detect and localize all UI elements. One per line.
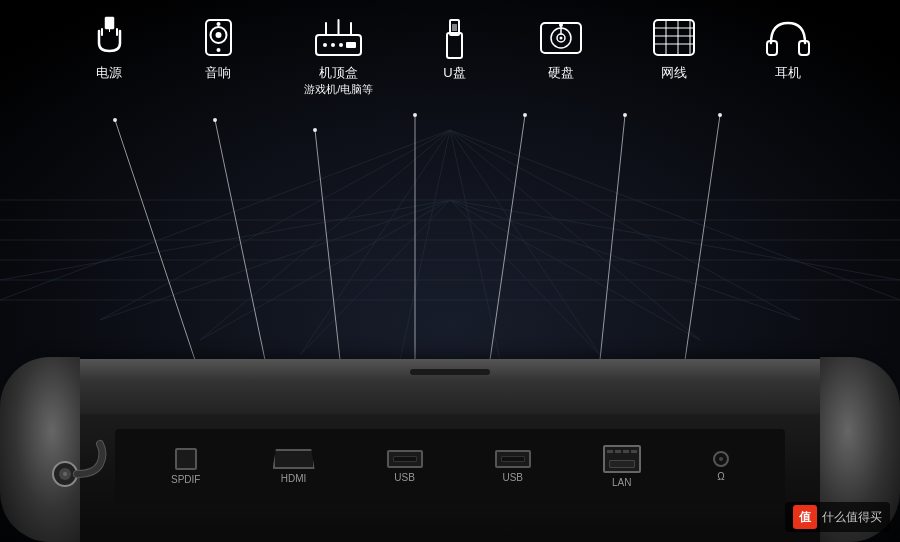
svg-line-16 [450, 130, 900, 300]
svg-point-36 [523, 113, 527, 117]
svg-rect-58 [452, 24, 457, 31]
svg-rect-56 [447, 33, 462, 58]
power-cable-svg [45, 434, 110, 499]
icon-lan: 网线 [649, 15, 699, 96]
svg-point-53 [331, 43, 335, 47]
watermark: 值 什么值得买 [785, 502, 890, 532]
port-spdif-label: SPDIF [171, 474, 200, 485]
device-top-indicator [410, 369, 490, 375]
usb-drive-icon [437, 15, 472, 60]
icon-speaker: 音响 [196, 15, 241, 96]
icons-area: 电源 音响 [0, 15, 900, 96]
svg-point-35 [413, 113, 417, 117]
watermark-icon-text: 值 [799, 509, 811, 526]
port-panel: SPDIF HDMI USB [115, 429, 785, 504]
port-lan-connector [603, 445, 641, 473]
router-icon [311, 15, 366, 60]
svg-line-17 [0, 200, 450, 280]
headphone-icon [763, 15, 813, 60]
hdd-label: 硬盘 [548, 65, 574, 82]
port-hdmi-connector [273, 449, 315, 469]
port-usb1-connector [387, 450, 423, 468]
icon-headphone: 耳机 [763, 15, 813, 96]
svg-line-24 [450, 200, 900, 280]
speaker-label: 音响 [205, 65, 231, 82]
svg-point-33 [213, 118, 217, 122]
svg-rect-65 [654, 20, 694, 55]
svg-rect-40 [109, 27, 110, 32]
lan-icon [649, 15, 699, 60]
lan-label: 网线 [661, 65, 687, 82]
svg-point-54 [339, 43, 343, 47]
power-label: 电源 [96, 65, 122, 82]
svg-point-62 [559, 37, 562, 40]
power-cable-area [45, 434, 110, 499]
icon-power: 电源 [87, 15, 132, 96]
svg-point-76 [63, 472, 67, 476]
main-scene: 电源 音响 [0, 0, 900, 542]
port-spdif-group: SPDIF [171, 448, 200, 485]
svg-point-32 [113, 118, 117, 122]
device-area: SPDIF HDMI USB [0, 282, 900, 542]
router-sublabel: 游戏机/电脑等 [304, 82, 373, 96]
port-audio-connector [713, 451, 729, 467]
svg-line-7 [0, 130, 450, 300]
port-lan-group: LAN [603, 445, 641, 488]
port-usb1-label: USB [394, 472, 415, 483]
icon-hdd: 硬盘 [536, 15, 586, 96]
watermark-label: 什么值得买 [822, 509, 882, 526]
svg-point-45 [215, 32, 221, 38]
usb-drive-label: U盘 [443, 65, 465, 82]
icon-router: 机顶盒 游戏机/电脑等 [304, 15, 373, 96]
port-audio-group: Ω [713, 451, 729, 482]
port-usb1-group: USB [387, 450, 423, 483]
device-top-bar [20, 359, 880, 414]
speaker-icon [196, 15, 241, 60]
port-lan-label: LAN [612, 477, 631, 488]
hdd-icon [536, 15, 586, 60]
svg-point-47 [216, 22, 220, 26]
svg-point-37 [623, 113, 627, 117]
port-usb2-label: USB [502, 472, 523, 483]
device-main-body: SPDIF HDMI USB [80, 414, 820, 542]
router-label: 机顶盒 [319, 65, 358, 82]
port-usb2-group: USB [495, 450, 531, 483]
svg-point-38 [718, 113, 722, 117]
icon-usb-drive: U盘 [437, 15, 472, 96]
port-spdif-connector [175, 448, 197, 470]
svg-point-46 [216, 48, 220, 52]
watermark-icon: 值 [793, 505, 817, 529]
port-usb2-connector [495, 450, 531, 468]
port-hdmi-label: HDMI [281, 473, 307, 484]
headphone-label: 耳机 [775, 65, 801, 82]
port-audio-label: Ω [717, 471, 724, 482]
svg-rect-55 [346, 42, 356, 48]
svg-point-34 [313, 128, 317, 132]
svg-point-52 [323, 43, 327, 47]
port-hdmi-group: HDMI [273, 449, 315, 484]
power-icon [87, 15, 132, 60]
svg-point-64 [559, 23, 563, 27]
